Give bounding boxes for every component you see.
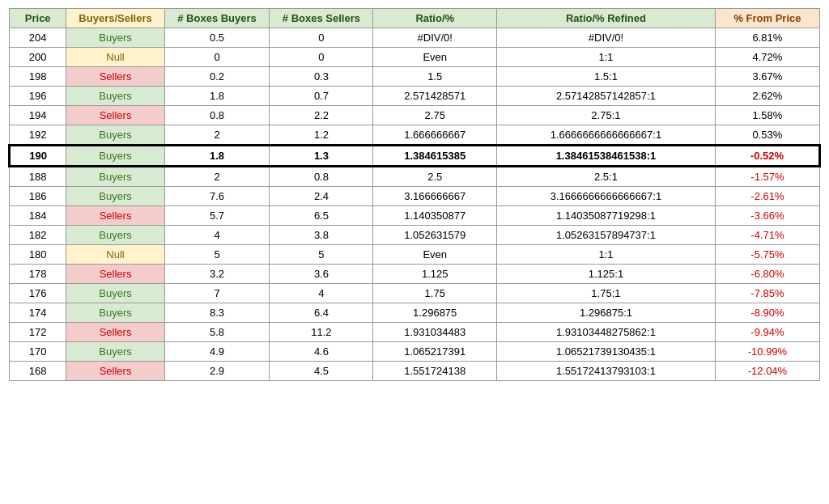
buyers-sellers-cell: Null [66, 245, 164, 265]
buyers-sellers-cell: Buyers [66, 284, 164, 303]
boxes-sellers-cell: 3.8 [270, 226, 373, 245]
boxes-sellers-cell: 4 [270, 284, 373, 303]
boxes-sellers-cell: 6.4 [270, 303, 373, 323]
price-cell: 170 [10, 342, 66, 362]
boxes-sellers-cell: 0.8 [270, 167, 373, 187]
ratio-cell: 2.571428571 [373, 87, 497, 106]
price-cell: 188 [10, 167, 66, 187]
price-cell: 172 [10, 323, 66, 342]
table-row: 204Buyers0.50#DIV/0!#DIV/0!6.81% [10, 28, 820, 48]
table-row: 194Sellers0.82.22.752.75:11.58% [10, 106, 820, 125]
from-price-cell: -9.94% [715, 323, 819, 342]
column-header-buyers-sellers: Buyers/Sellers [66, 9, 164, 28]
ratio-refined-cell: 1:1 [497, 245, 716, 265]
table-row: 188Buyers20.82.52.5:1-1.57% [10, 167, 820, 187]
boxes-buyers-cell: 3.2 [164, 265, 270, 284]
price-cell: 182 [10, 226, 66, 245]
table-row: 178Sellers3.23.61.1251.125:1-6.80% [10, 265, 820, 284]
boxes-sellers-cell: 3.6 [270, 265, 373, 284]
ratio-refined-cell: 1.05263157894737:1 [497, 226, 716, 245]
ratio-cell: 1.140350877 [373, 206, 497, 226]
from-price-cell: -12.04% [715, 362, 819, 381]
ratio-refined-cell: 1.38461538461538:1 [497, 146, 716, 167]
price-cell: 198 [10, 67, 66, 87]
table-row: 180Null55Even1:1-5.75% [10, 245, 820, 265]
from-price-cell: -2.61% [715, 187, 819, 206]
ratio-cell: Even [373, 48, 497, 67]
buyers-sellers-cell: Buyers [66, 125, 164, 146]
boxes-buyers-cell: 5.8 [164, 323, 270, 342]
boxes-buyers-cell: 2 [164, 167, 270, 187]
price-cell: 196 [10, 87, 66, 106]
price-cell: 184 [10, 206, 66, 226]
ratio-cell: 1.296875 [373, 303, 497, 323]
table-row: 196Buyers1.80.72.5714285712.571428571428… [10, 87, 820, 106]
ratio-refined-cell: 1.93103448275862:1 [497, 323, 716, 342]
boxes-buyers-cell: 0.2 [164, 67, 270, 87]
ratio-cell: 1.75 [373, 284, 497, 303]
buyers-sellers-cell: Sellers [66, 67, 164, 87]
table-row: 186Buyers7.62.43.1666666673.166666666666… [10, 187, 820, 206]
ratio-cell: 2.5 [373, 167, 497, 187]
buyers-sellers-cell: Buyers [66, 28, 164, 48]
price-cell: 192 [10, 125, 66, 146]
ratio-refined-cell: 1:1 [497, 48, 716, 67]
buyers-sellers-cell: Sellers [66, 323, 164, 342]
buyers-sellers-cell: Buyers [66, 167, 164, 187]
boxes-sellers-cell: 1.3 [270, 146, 373, 167]
boxes-buyers-cell: 5 [164, 245, 270, 265]
ratio-cell: Even [373, 245, 497, 265]
column-header-price: Price [10, 9, 66, 28]
ratio-cell: 1.384615385 [373, 146, 497, 167]
price-cell: 200 [10, 48, 66, 67]
boxes-sellers-cell: 2.2 [270, 106, 373, 125]
ratio-cell: 1.5 [373, 67, 497, 87]
ratio-cell: #DIV/0! [373, 28, 497, 48]
from-price-cell: 3.67% [715, 67, 819, 87]
column-header-ratio--: Ratio/% [373, 9, 497, 28]
from-price-cell: 1.58% [715, 106, 819, 125]
ratio-refined-cell: 2.5:1 [497, 167, 716, 187]
boxes-buyers-cell: 2 [164, 125, 270, 146]
boxes-buyers-cell: 8.3 [164, 303, 270, 323]
from-price-cell: -1.57% [715, 167, 819, 187]
boxes-buyers-cell: 7.6 [164, 187, 270, 206]
column-header-ratio---refined: Ratio/% Refined [497, 9, 716, 28]
boxes-buyers-cell: 0 [164, 48, 270, 67]
ratio-refined-cell: 1.6666666666666667:1 [497, 125, 716, 146]
ratio-cell: 1.666666667 [373, 125, 497, 146]
buyers-sellers-cell: Buyers [66, 146, 164, 167]
price-cell: 176 [10, 284, 66, 303]
boxes-sellers-cell: 0 [270, 28, 373, 48]
from-price-cell: 0.53% [715, 125, 819, 146]
from-price-cell: 6.81% [715, 28, 819, 48]
table-row: 198Sellers0.20.31.51.5:13.67% [10, 67, 820, 87]
buyers-sellers-cell: Buyers [66, 303, 164, 323]
ratio-cell: 2.75 [373, 106, 497, 125]
boxes-sellers-cell: 4.5 [270, 362, 373, 381]
ratio-refined-cell: 2.75:1 [497, 106, 716, 125]
buyers-sellers-cell: Sellers [66, 206, 164, 226]
boxes-sellers-cell: 11.2 [270, 323, 373, 342]
boxes-buyers-cell: 2.9 [164, 362, 270, 381]
price-cell: 180 [10, 245, 66, 265]
buyers-sellers-cell: Buyers [66, 187, 164, 206]
boxes-buyers-cell: 0.8 [164, 106, 270, 125]
column-header---boxes-buyers: # Boxes Buyers [164, 9, 270, 28]
from-price-cell: -3.66% [715, 206, 819, 226]
ratio-cell: 3.166666667 [373, 187, 497, 206]
buyers-sellers-cell: Buyers [66, 226, 164, 245]
from-price-cell: -6.80% [715, 265, 819, 284]
price-cell: 168 [10, 362, 66, 381]
ratio-refined-cell: 1.75:1 [497, 284, 716, 303]
boxes-sellers-cell: 1.2 [270, 125, 373, 146]
boxes-buyers-cell: 4.9 [164, 342, 270, 362]
table-row: 172Sellers5.811.21.9310344831.9310344827… [10, 323, 820, 342]
buyers-sellers-cell: Sellers [66, 265, 164, 284]
price-cell: 194 [10, 106, 66, 125]
ratio-refined-cell: 1.296875:1 [497, 303, 716, 323]
price-cell: 186 [10, 187, 66, 206]
table-row: 192Buyers21.21.6666666671.66666666666666… [10, 125, 820, 146]
boxes-sellers-cell: 5 [270, 245, 373, 265]
from-price-cell: -5.75% [715, 245, 819, 265]
